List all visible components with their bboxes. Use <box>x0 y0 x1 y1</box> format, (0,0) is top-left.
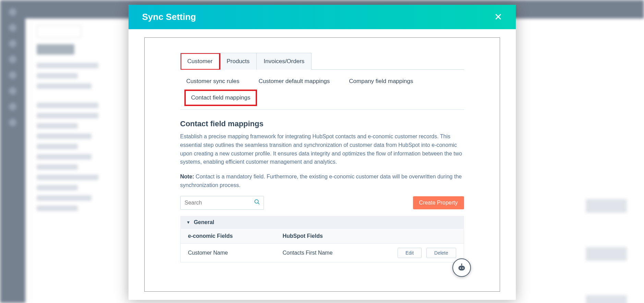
section-description: Establish a precise mapping framework fo… <box>180 132 464 166</box>
subtab-customer-default-mappings[interactable]: Customer default mappings <box>258 77 330 86</box>
col-economic: e-conomic Fields <box>188 233 283 239</box>
close-icon[interactable]: ✕ <box>494 12 502 22</box>
group-title: General <box>194 219 214 225</box>
section-note: Note: Contact is a mandatory field. Furt… <box>180 173 464 190</box>
sub-tabs: Customer sync rules Customer default map… <box>180 70 464 110</box>
row-actions: Edit Delete <box>377 248 456 258</box>
modal-title: Sync Setting <box>142 12 196 22</box>
svg-point-4 <box>460 267 461 269</box>
svg-point-5 <box>462 267 463 269</box>
group-general-header[interactable]: ▼ General <box>180 216 464 229</box>
svg-rect-3 <box>458 266 465 270</box>
table-row: Customer Name Contacts First Name Edit D… <box>181 244 464 262</box>
chat-widget-button[interactable] <box>452 258 471 277</box>
subtab-company-field-mappings[interactable]: Company field mappings <box>348 77 414 86</box>
tab-customer[interactable]: Customer <box>181 53 220 70</box>
subtab-contact-field-mappings[interactable]: Contact field mappings <box>186 91 256 105</box>
section-heading: Contact field mappings <box>180 119 464 128</box>
cell-hubspot-field: Contacts First Name <box>283 250 377 256</box>
delete-button[interactable]: Delete <box>426 248 456 258</box>
modal-inner-frame: Customer Products Invoices/Orders Custom… <box>144 37 500 292</box>
note-label: Note: <box>180 174 194 179</box>
chatbot-icon <box>457 263 466 272</box>
tab-products[interactable]: Products <box>220 53 257 70</box>
col-hubspot: HubSpot Fields <box>283 233 377 239</box>
modal-header: Sync Setting ✕ <box>129 5 516 29</box>
create-property-button[interactable]: Create Property <box>413 196 464 209</box>
modal-overlay: Sync Setting ✕ Customer Products Invoice… <box>0 0 644 303</box>
search-input[interactable] <box>181 196 264 209</box>
cell-economic-field: Customer Name <box>188 250 283 256</box>
modal-scroll-area[interactable]: Customer Products Invoices/Orders Custom… <box>145 38 500 291</box>
note-text: Contact is a mandatory field. Furthermor… <box>180 174 462 188</box>
edit-button[interactable]: Edit <box>398 248 422 258</box>
modal-body: Customer Products Invoices/Orders Custom… <box>129 29 516 300</box>
chevron-down-icon: ▼ <box>186 220 191 225</box>
search-box <box>180 196 264 210</box>
tab-invoices-orders[interactable]: Invoices/Orders <box>257 53 311 70</box>
sync-setting-modal: Sync Setting ✕ Customer Products Invoice… <box>129 5 516 300</box>
toolbar: Create Property <box>180 196 464 210</box>
mapping-table: e-conomic Fields HubSpot Fields Customer… <box>180 229 464 263</box>
subtab-customer-sync-rules[interactable]: Customer sync rules <box>186 77 240 86</box>
main-tabs: Customer Products Invoices/Orders <box>180 53 312 70</box>
table-header: e-conomic Fields HubSpot Fields <box>181 229 464 244</box>
